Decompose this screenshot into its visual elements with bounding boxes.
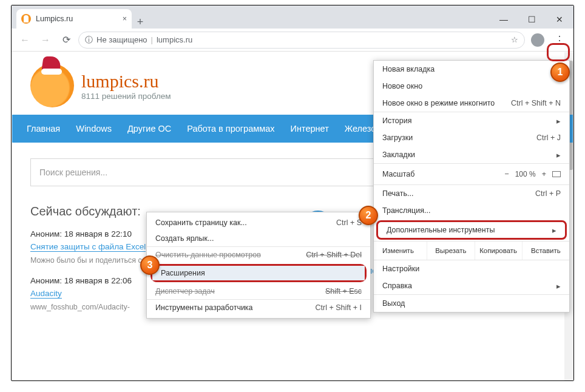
url-input[interactable]: ⓘ Не защищено | lumpics.ru ☆ bbox=[78, 32, 525, 49]
back-button[interactable]: ← bbox=[16, 32, 33, 49]
menu-cut[interactable]: Вырезать bbox=[427, 242, 475, 260]
site-title: lumpics.ru bbox=[81, 71, 171, 92]
menu-copy[interactable]: Копировать bbox=[475, 242, 522, 260]
menu-new-window[interactable]: Новое окно bbox=[374, 78, 569, 95]
menu-incognito[interactable]: Новое окно в режиме инкогнитоCtrl + Shif… bbox=[374, 95, 569, 112]
close-tab-icon[interactable]: × bbox=[123, 15, 127, 23]
more-tools-submenu: Сохранить страницу как...Ctrl + S Создат… bbox=[146, 212, 371, 319]
menu-more-tools[interactable]: Дополнительные инструменты▸ bbox=[378, 222, 565, 238]
zoom-in-button[interactable]: + bbox=[542, 170, 546, 178]
submenu-shortcut[interactable]: Создать ярлык... bbox=[147, 231, 370, 246]
edit-label: Изменить bbox=[374, 242, 427, 260]
annotation-badge-2: 2 bbox=[359, 206, 378, 225]
site-tagline: 8111 решений проблем bbox=[81, 92, 171, 101]
profile-avatar[interactable] bbox=[531, 33, 544, 47]
chevron-right-icon: ▸ bbox=[556, 282, 561, 291]
annotation-highlight-3: Расширения bbox=[150, 264, 367, 282]
nav-item-windows[interactable]: Windows bbox=[76, 124, 112, 133]
comment-link[interactable]: Снятие защиты с файла Excel bbox=[30, 242, 146, 252]
menu-new-tab[interactable]: Новая вкладка bbox=[374, 61, 569, 78]
info-icon: ⓘ bbox=[85, 35, 93, 46]
menu-print[interactable]: Печать...Ctrl + P bbox=[374, 185, 569, 202]
menu-help[interactable]: Справка▸ bbox=[374, 277, 569, 294]
nav-item-hardware[interactable]: Железо bbox=[345, 124, 376, 133]
menu-exit[interactable]: Выход bbox=[374, 295, 569, 312]
chevron-right-icon: ▸ bbox=[552, 226, 556, 235]
window-titlebar: Lumpics.ru × + — ☐ ✕ bbox=[12, 5, 573, 29]
submenu-devtools[interactable]: Инструменты разработчикаCtrl + Shift + I bbox=[147, 300, 370, 316]
menu-paste[interactable]: Вставить bbox=[522, 242, 569, 260]
chrome-main-menu: Новая вкладка Новое окно Новое окно в ре… bbox=[373, 60, 570, 313]
nav-item-os[interactable]: Другие ОС bbox=[127, 124, 171, 133]
favicon-icon bbox=[21, 14, 31, 24]
minimize-button[interactable]: — bbox=[490, 10, 518, 29]
menu-edit-row: Изменить Вырезать Копировать Вставить bbox=[374, 242, 569, 260]
maximize-button[interactable]: ☐ bbox=[518, 10, 546, 29]
zoom-value: 100 % bbox=[515, 170, 536, 178]
annotation-badge-3: 3 bbox=[140, 255, 160, 275]
submenu-extensions[interactable]: Расширения bbox=[152, 266, 365, 280]
security-label: Не защищено bbox=[96, 35, 147, 44]
fullscreen-icon[interactable] bbox=[552, 171, 561, 177]
url-text: lumpics.ru bbox=[157, 35, 192, 44]
submenu-clear-data[interactable]: Очистить данные просмотровCtrl + Shift +… bbox=[147, 247, 370, 263]
menu-settings[interactable]: Настройки bbox=[374, 260, 569, 277]
annotation-highlight-2: Дополнительные инструменты▸ bbox=[376, 220, 567, 240]
annotation-badge-1: 1 bbox=[550, 63, 570, 82]
menu-cast[interactable]: Трансляция... bbox=[374, 202, 569, 219]
submenu-save-page[interactable]: Сохранить страницу как...Ctrl + S bbox=[147, 215, 370, 231]
close-window-button[interactable]: ✕ bbox=[546, 10, 573, 29]
site-logo-icon bbox=[30, 64, 74, 107]
comment-link[interactable]: Audacity bbox=[30, 289, 62, 299]
bookmark-star-icon[interactable]: ☆ bbox=[511, 35, 518, 44]
zoom-out-button[interactable]: − bbox=[504, 170, 509, 178]
nav-item-internet[interactable]: Интернет bbox=[291, 124, 329, 133]
reload-button[interactable]: ⟳ bbox=[58, 32, 75, 49]
submenu-task-manager[interactable]: Диспетчер задачShift + Esc bbox=[147, 283, 370, 299]
menu-history[interactable]: История▸ bbox=[374, 112, 569, 129]
chevron-right-icon: ▸ bbox=[556, 117, 561, 126]
chevron-right-icon: ▸ bbox=[556, 150, 561, 160]
forward-button[interactable]: → bbox=[37, 32, 54, 49]
new-tab-button[interactable]: + bbox=[132, 16, 149, 29]
nav-item-software[interactable]: Работа в программах bbox=[187, 124, 274, 133]
nav-item-home[interactable]: Главная bbox=[27, 124, 60, 133]
tab-title: Lumpics.ru bbox=[36, 15, 73, 23]
address-bar: ← → ⟳ ⓘ Не защищено | lumpics.ru ☆ ⋮ bbox=[12, 29, 573, 52]
browser-tab[interactable]: Lumpics.ru × bbox=[16, 9, 132, 29]
chrome-menu-button[interactable]: ⋮ bbox=[550, 32, 569, 49]
menu-downloads[interactable]: ЗагрузкиCtrl + J bbox=[374, 129, 569, 146]
menu-bookmarks[interactable]: Закладки▸ bbox=[374, 146, 569, 163]
menu-zoom: Масштаб − 100 % + bbox=[374, 164, 569, 184]
